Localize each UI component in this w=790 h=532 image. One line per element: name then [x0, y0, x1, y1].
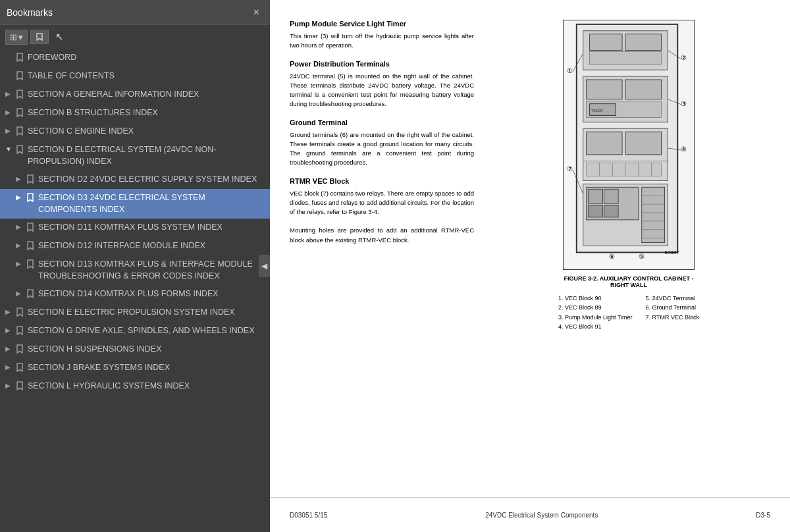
expand-icon-section-d14[interactable]: ▶: [16, 290, 24, 297]
grid-icon: ⊞: [10, 32, 17, 42]
close-button[interactable]: ×: [250, 5, 263, 20]
body-text-ground: Ground terminals (6) are mounted on the …: [290, 130, 474, 168]
bookmarks-toolbar: ⊞ ▾ ↖: [0, 25, 270, 49]
figure-legend-col2: 5. 24VDC Terminal 6. Ground Terminal 7. …: [646, 294, 699, 332]
bookmark-label-section-d12: SECTION D12 INTERFACE MODULE INDEX: [38, 240, 265, 252]
bookmark-item-section-e[interactable]: ▶ SECTION E ELECTRIC PROPULSION SYSTEM I…: [0, 304, 270, 322]
expand-icon-section-l[interactable]: ▶: [5, 382, 13, 389]
expand-icon-section-d12[interactable]: ▶: [16, 242, 24, 249]
svg-rect-32: [589, 205, 603, 217]
bookmark-item-section-d12[interactable]: ▶ SECTION D12 INTERFACE MODULE INDEX: [0, 237, 270, 255]
bookmark-label-section-d3: SECTION D3 24VDC ELECTRICAL SYSTEM COMPO…: [38, 192, 265, 215]
bookmark-item-foreword[interactable]: FOREWORD: [0, 49, 270, 67]
bookmark-label-section-h: SECTION H SUSPENSIONS INDEX: [28, 344, 265, 356]
view-options-button[interactable]: ⊞ ▾: [5, 30, 28, 45]
svg-rect-19: [587, 132, 622, 155]
bookmark-label-section-c: SECTION C ENGINE INDEX: [28, 126, 265, 138]
legend-item-5: 5. 24VDC Terminal: [646, 294, 699, 303]
expand-icon-section-g[interactable]: ▶: [5, 327, 13, 334]
svg-text:⑦: ⑦: [567, 165, 573, 173]
bookmark-icon-section-d12: [26, 241, 36, 252]
legend-item-6: 6. Ground Terminal: [646, 303, 699, 312]
bookmark-add-button[interactable]: [30, 30, 49, 44]
svg-rect-31: [604, 189, 618, 203]
bookmarks-list[interactable]: FOREWORD TABLE OF CONTENTS ▶ SECTION A G…: [0, 49, 270, 532]
bookmark-item-section-d14[interactable]: ▶ SECTION D14 KOMTRAX PLUS FORMS INDEX: [0, 285, 270, 304]
bookmark-item-section-d3[interactable]: ▶ SECTION D3 24VDC ELECTRICAL SYSTEM COM…: [0, 189, 270, 219]
legend-item-4: 4. VEC Block 91: [558, 322, 633, 331]
pdf-page: Pump Module Service Light Timer This tim…: [270, 0, 790, 497]
section-title-rtmr: RTMR VEC Block: [290, 177, 474, 185]
svg-rect-10: [625, 34, 661, 51]
bookmark-label-section-d2: SECTION D2 24VDC ELECTRIC SUPPLY SYSTEM …: [38, 174, 265, 186]
svg-text:②: ②: [681, 54, 687, 61]
bookmark-label-toc: TABLE OF CONTENTS: [28, 70, 265, 82]
bookmark-icon: [35, 32, 44, 41]
cursor-icon: ↖: [55, 31, 64, 43]
section-title-power: Power Distribution Terminals: [290, 60, 474, 68]
bookmark-label-section-d: SECTION D ELECTRICAL SYSTEM (24VDC NON-P…: [28, 144, 265, 167]
figure-legend: 1. VEC Block 90 2. VEC Block 89 3. Pump …: [558, 288, 699, 332]
bookmark-item-section-d13[interactable]: ▶ SECTION D13 KOMTRAX PLUS & INTERFACE M…: [0, 255, 270, 285]
bookmark-item-section-j[interactable]: ▶ SECTION J BRAKE SYSTEMS INDEX: [0, 359, 270, 377]
bookmark-item-section-a[interactable]: ▶ SECTION A GENERAL INFORMATION INDEX: [0, 86, 270, 104]
expand-icon-section-e[interactable]: ▶: [5, 308, 13, 315]
svg-text:④: ④: [681, 146, 687, 153]
expand-icon-section-j[interactable]: ▶: [5, 363, 13, 371]
pdf-footer: D03051 5/15 24VDC Electrical System Comp…: [270, 497, 790, 532]
bookmark-item-section-c[interactable]: ▶ SECTION C ENGINE INDEX: [0, 122, 270, 141]
bookmark-icon-section-c: [16, 126, 25, 138]
bookmark-icon-section-d11: [26, 223, 36, 234]
section-title-pump: Pump Module Service Light Timer: [290, 20, 474, 28]
expand-icon-section-d[interactable]: ▼: [5, 146, 13, 153]
bookmark-item-section-l[interactable]: ▶ SECTION L HYDRAULIC SYSTEMS INDEX: [0, 377, 270, 396]
expand-icon-section-d2[interactable]: ▶: [16, 175, 24, 182]
pdf-content: Pump Module Service Light Timer This tim…: [270, 0, 790, 497]
footer-left: D03051 5/15: [290, 512, 327, 519]
legend-item-7: 7. RTMR VEC Block: [646, 313, 699, 322]
expand-icon-section-d3[interactable]: ▶: [16, 194, 24, 201]
legend-item-1: 1. VEC Block 90: [558, 294, 633, 303]
bookmark-item-toc[interactable]: TABLE OF CONTENTS: [0, 67, 270, 86]
bookmark-icon-section-d: [16, 145, 25, 156]
section-title-ground: Ground Terminal: [290, 119, 474, 126]
bookmark-label-section-d13: SECTION D13 KOMTRAX PLUS & INTERFACE MOD…: [38, 259, 265, 282]
bookmark-label-section-l: SECTION L HYDRAULIC SYSTEMS INDEX: [28, 381, 265, 392]
bookmark-icon-toc: [16, 71, 25, 82]
bookmark-icon-section-g: [16, 326, 25, 337]
expand-icon-section-a[interactable]: ▶: [5, 90, 13, 97]
svg-text:③: ③: [681, 100, 687, 107]
body-text-pump: This timer (3) will turn off the hydraul…: [290, 32, 474, 51]
bookmark-item-section-d[interactable]: ▼ SECTION D ELECTRICAL SYSTEM (24VDC NON…: [0, 141, 270, 171]
bookmark-icon-foreword: [16, 53, 25, 64]
bookmark-item-section-g[interactable]: ▶ SECTION G DRIVE AXLE, SPINDLES, AND WH…: [0, 322, 270, 340]
bookmark-item-section-h[interactable]: ▶ SECTION H SUSPENSIONS INDEX: [0, 340, 270, 359]
bookmark-icon-section-b: [16, 108, 25, 119]
svg-rect-11: [590, 51, 662, 65]
body-text-rtmr1: VEC block (7) contains two relays. There…: [290, 189, 474, 217]
svg-rect-20: [625, 132, 661, 155]
expand-icon-section-c[interactable]: ▶: [5, 127, 13, 134]
bookmark-icon-section-e: [16, 307, 25, 319]
expand-icon-section-d11[interactable]: ▶: [16, 223, 24, 230]
expand-icon-section-h[interactable]: ▶: [5, 345, 13, 352]
pdf-panel: Pump Module Service Light Timer This tim…: [270, 0, 790, 532]
expand-icon-section-b[interactable]: ▶: [5, 109, 13, 116]
svg-text:①: ①: [567, 67, 573, 74]
bookmark-icon-section-d14: [26, 289, 36, 300]
bookmark-icon-section-l: [16, 381, 25, 392]
bookmark-item-section-b[interactable]: ▶ SECTION B STRUCTURES INDEX: [0, 104, 270, 122]
pdf-diagram-column: ① ② ③ ④ ⑦ ⑤ ⑥: [487, 20, 770, 332]
svg-rect-33: [604, 205, 618, 217]
bookmark-label-section-d11: SECTION D11 KOMTRAX PLUS SYSTEM INDEX: [38, 222, 265, 234]
bookmarks-title: Bookmarks: [7, 7, 53, 18]
figure-legend-col1: 1. VEC Block 90 2. VEC Block 89 3. Pump …: [558, 294, 633, 332]
bookmark-item-section-d11[interactable]: ▶ SECTION D11 KOMTRAX PLUS SYSTEM INDEX: [0, 219, 270, 237]
bookmark-icon-section-a: [16, 90, 25, 101]
bookmark-item-section-d2[interactable]: ▶ SECTION D2 24VDC ELECTRIC SUPPLY SYSTE…: [0, 171, 270, 189]
panel-collapse-button[interactable]: ◀: [259, 255, 270, 277]
dropdown-arrow-icon: ▾: [18, 32, 23, 42]
cabinet-diagram-svg: ① ② ③ ④ ⑦ ⑤ ⑥: [563, 20, 695, 270]
expand-icon-section-d13[interactable]: ▶: [16, 260, 24, 267]
body-text-rtmr2: Mounting holes are provided to add an ad…: [290, 226, 474, 245]
